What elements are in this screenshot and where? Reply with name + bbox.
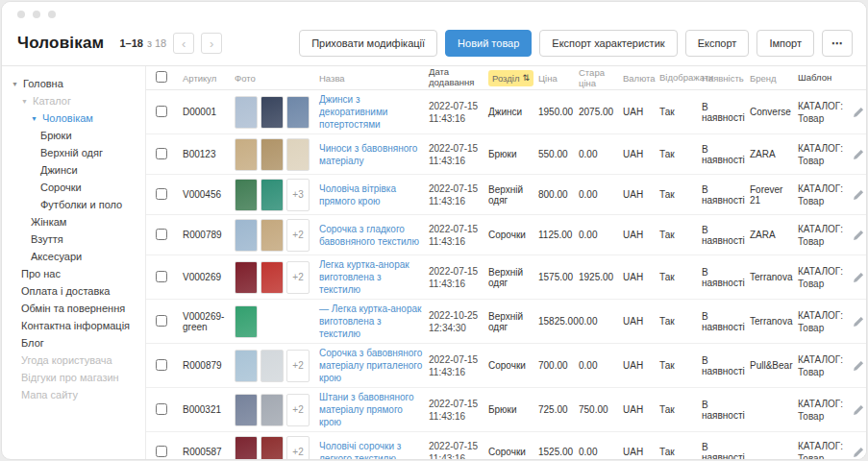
product-name-link[interactable]: — Легка куртка-анорак виготовлена з текс… — [319, 303, 423, 340]
sidebar-item[interactable]: Брюки — [10, 127, 141, 144]
product-photo[interactable] — [235, 96, 258, 129]
product-photo[interactable] — [260, 179, 284, 211]
column-header-date[interactable]: Дата додавання — [429, 67, 488, 88]
sidebar-item[interactable]: Взуття — [10, 230, 141, 248]
product-name-link[interactable]: Чиноси з бавовняного матеріалу — [319, 142, 423, 167]
row-checkbox[interactable] — [156, 271, 167, 282]
row-checkbox[interactable] — [156, 188, 167, 200]
column-header-price[interactable]: Ціна — [538, 73, 579, 84]
product-photo[interactable] — [286, 96, 310, 129]
product-photo[interactable] — [235, 261, 258, 294]
edit-icon[interactable] — [853, 107, 864, 118]
more-photos-badge[interactable]: +2 — [286, 219, 310, 252]
column-header-display[interactable]: Відображати — [659, 73, 702, 84]
export-characteristics-button[interactable]: Експорт характеристик — [539, 30, 677, 57]
sidebar-item[interactable]: Обмін та повернення — [10, 300, 141, 317]
product-photo[interactable] — [260, 350, 284, 382]
column-header-old-price[interactable]: Стара ціна — [579, 67, 623, 88]
row-checkbox[interactable] — [156, 148, 167, 159]
sidebar-item[interactable]: Оплата і доставка — [10, 282, 141, 300]
edit-icon[interactable] — [853, 360, 864, 372]
pagination-prev-button[interactable]: ‹ — [173, 33, 194, 54]
sidebar-item[interactable]: Угода користувача — [10, 352, 141, 369]
edit-icon[interactable] — [853, 230, 864, 241]
column-header-currency[interactable]: Валюта — [623, 73, 659, 84]
product-name-link[interactable]: Джинси з декоративними потертостями — [319, 93, 423, 131]
more-photos-badge[interactable]: +2 — [286, 350, 310, 382]
chevron-down-icon[interactable]: ▼ — [12, 81, 19, 87]
more-actions-button[interactable]: ⋯ — [822, 30, 853, 57]
product-photo[interactable] — [235, 179, 258, 211]
sidebar-item[interactable]: Мапа сайту — [10, 386, 141, 403]
new-product-button[interactable]: Новий товар — [445, 30, 532, 57]
product-photo[interactable] — [235, 219, 258, 252]
window-control-dot[interactable] — [17, 11, 25, 18]
edit-icon[interactable] — [853, 189, 864, 201]
product-photo[interactable] — [260, 261, 284, 294]
more-photos-badge[interactable]: +2 — [286, 261, 310, 294]
product-name-link[interactable]: Чоловіча вітрівка прямого крою — [319, 182, 423, 207]
product-photo[interactable] — [235, 138, 258, 171]
sidebar-item[interactable]: Жінкам — [10, 213, 141, 230]
product-photo[interactable] — [260, 436, 284, 460]
more-photos-badge[interactable]: +2 — [286, 394, 310, 426]
column-header-availability[interactable]: Наявність — [702, 73, 750, 84]
hide-modifications-button[interactable]: Приховати модифікації — [299, 30, 437, 57]
product-date-added: 2022-10-25 12:34:30 — [429, 309, 488, 334]
import-button[interactable]: Імпорт — [756, 30, 814, 57]
sidebar-item[interactable]: ▼Чоловікам — [10, 109, 141, 127]
product-name-link[interactable]: Штани з бавовняного матеріалу прямого кр… — [319, 391, 423, 428]
window-control-dot[interactable] — [48, 11, 56, 18]
chevron-down-icon[interactable]: ▼ — [31, 115, 38, 122]
select-all-checkbox[interactable] — [156, 71, 167, 83]
sidebar-item[interactable]: Контактна інформація — [10, 317, 141, 334]
sidebar-item[interactable]: Сорочки — [10, 179, 141, 196]
sidebar-item[interactable]: Про нас — [10, 265, 141, 282]
row-checkbox[interactable] — [156, 446, 167, 457]
product-photo[interactable] — [260, 219, 284, 252]
column-header-sku[interactable]: Артикул — [183, 73, 235, 84]
sidebar-item[interactable]: Верхній одяг — [10, 144, 141, 161]
product-date-added: 2022-07-15 11:43:16 — [429, 223, 488, 248]
pagination-next-button[interactable]: › — [201, 33, 222, 54]
more-photos-badge[interactable]: +2 — [286, 436, 310, 460]
sidebar-item[interactable]: ▼Каталог — [10, 92, 141, 109]
edit-icon[interactable] — [853, 149, 864, 160]
sidebar-item[interactable]: Блог — [10, 334, 141, 352]
row-checkbox[interactable] — [156, 229, 167, 240]
product-photo[interactable] — [235, 436, 258, 460]
column-header-template[interactable]: Шаблон — [798, 72, 852, 84]
window-control-dot[interactable] — [33, 11, 40, 18]
column-header-photo[interactable]: Фото — [235, 73, 319, 84]
product-photo[interactable] — [260, 394, 284, 426]
product-photo[interactable] — [235, 394, 258, 426]
sidebar-item[interactable]: Джинси — [10, 161, 141, 179]
product-photo[interactable] — [260, 96, 284, 129]
product-name-link[interactable]: Легка куртка-анорак виготовлена з тексти… — [319, 258, 423, 296]
product-name-link[interactable]: Чоловічі сорочки з легкого текстилю — [319, 440, 423, 460]
chevron-down-icon[interactable]: ▼ — [21, 98, 29, 105]
sort-column-header[interactable]: Розділ ⇅ — [488, 70, 533, 86]
more-photos-badge[interactable]: +3 — [286, 179, 310, 211]
edit-icon[interactable] — [853, 447, 864, 458]
row-checkbox[interactable] — [156, 403, 167, 415]
product-photo[interactable] — [286, 138, 310, 171]
sidebar-item[interactable]: Футболки и поло — [10, 196, 141, 213]
product-name-link[interactable]: Сорочка з гладкого бавовняного текстилю — [319, 223, 423, 248]
edit-icon[interactable] — [853, 404, 864, 416]
product-photo[interactable] — [260, 138, 284, 171]
edit-icon[interactable] — [853, 316, 864, 328]
product-photo[interactable] — [235, 350, 258, 382]
sidebar-item[interactable]: ▼Головна — [10, 75, 141, 92]
row-checkbox[interactable] — [156, 106, 167, 117]
export-button[interactable]: Експорт — [685, 30, 750, 57]
row-checkbox[interactable] — [156, 359, 167, 371]
column-header-brand[interactable]: Бренд — [750, 73, 798, 84]
edit-icon[interactable] — [853, 272, 864, 283]
product-name-link[interactable]: Сорочка з бавовняного матеріалу притален… — [319, 347, 423, 384]
product-photo[interactable] — [235, 305, 258, 338]
sidebar-item[interactable]: Аксесуари — [10, 248, 141, 265]
column-header-name[interactable]: Назва — [319, 73, 429, 84]
sidebar-item[interactable]: Відгуки про магазин — [10, 369, 141, 386]
row-checkbox[interactable] — [156, 315, 167, 327]
